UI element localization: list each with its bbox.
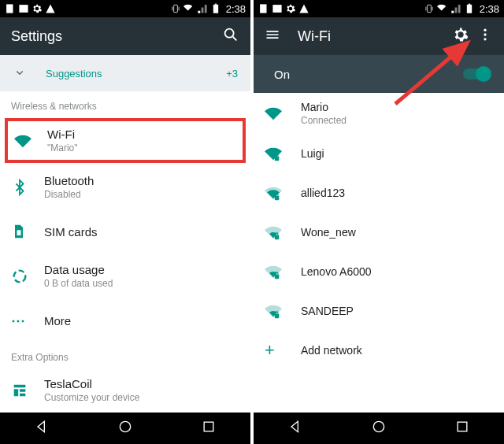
appbar-title: Settings <box>11 28 214 45</box>
gear-icon <box>452 26 469 43</box>
vibrate-icon <box>424 3 435 14</box>
teslacoil-row[interactable]: TeslaCoil Customize your device <box>0 368 250 413</box>
bt-title: Bluetooth <box>44 174 239 187</box>
add-network-label: Add network <box>301 344 493 357</box>
suggestions-count: +3 <box>226 68 238 80</box>
signal-icon <box>197 3 208 14</box>
network-name: Lenovo A6000 <box>301 265 493 278</box>
network-name: SANDEEP <box>301 305 493 317</box>
appbar-title: Wi-Fi <box>298 28 444 45</box>
wifi-signal-icon <box>265 224 301 241</box>
nav-recent[interactable] <box>201 419 217 438</box>
nav-back[interactable] <box>287 419 303 438</box>
wifi-row[interactable]: Wi-Fi "Mario" <box>5 118 246 163</box>
plus-icon: + <box>265 340 301 361</box>
wifi-screen: 2:38 Wi-Fi On MarioConnectedLuigiallied1… <box>254 0 504 444</box>
more-row[interactable]: ⋯ More <box>0 298 250 342</box>
wifi-switch[interactable] <box>463 68 490 80</box>
search-icon <box>222 26 239 43</box>
wifi-sub: "Mario" <box>47 142 236 154</box>
status-bar: 2:38 <box>254 0 504 17</box>
network-row[interactable]: Lenovo A6000 <box>254 252 504 291</box>
notif-icon <box>5 3 16 14</box>
wifi-signal-icon <box>265 263 301 280</box>
chevron-down-icon <box>13 65 27 82</box>
wifi-on-label: On <box>274 68 463 81</box>
network-name: Wone_new <box>301 226 493 239</box>
more-vert-icon <box>477 27 493 43</box>
network-status: Connected <box>301 115 493 126</box>
menu-button[interactable] <box>265 27 280 46</box>
status-bar: 2:38 <box>0 0 250 17</box>
network-row[interactable]: allied123 <box>254 173 504 213</box>
wifi-status-icon <box>183 3 195 14</box>
section-wireless: Wireless & networks <box>0 91 250 117</box>
add-network-row[interactable]: +Add network <box>254 331 504 370</box>
bt-sub: Disabled <box>44 189 239 200</box>
network-name: Mario <box>301 101 493 113</box>
network-row[interactable]: Luigi <box>254 134 504 173</box>
network-row[interactable]: SANDEEP <box>254 291 504 331</box>
bluetooth-row[interactable]: Bluetooth Disabled <box>0 165 250 209</box>
sim-row[interactable]: SIM cards <box>0 209 250 253</box>
wifi-icon <box>14 132 47 150</box>
section-extra: Extra Options <box>0 342 250 368</box>
teslacoil-icon <box>11 382 44 399</box>
battery-icon <box>464 3 475 14</box>
network-name: allied123 <box>301 187 493 199</box>
clock: 2:38 <box>480 3 499 15</box>
suggestions-label: Suggestions <box>46 68 102 80</box>
wifi-signal-icon <box>265 302 301 320</box>
image-icon <box>18 3 29 14</box>
wifi-title: Wi-Fi <box>47 128 236 141</box>
gear-icon <box>285 3 296 14</box>
network-name: Luigi <box>301 147 493 160</box>
warning-icon <box>45 3 56 14</box>
data-sub: 0 B of data used <box>44 278 239 289</box>
wifi-signal-icon <box>265 184 301 202</box>
nav-back[interactable] <box>34 419 50 438</box>
data-usage-icon <box>11 268 44 285</box>
wifi-status-icon <box>437 3 448 14</box>
search-button[interactable] <box>222 26 239 46</box>
more-icon: ⋯ <box>11 312 44 329</box>
sim-title: SIM cards <box>44 225 239 239</box>
data-title: Data usage <box>44 263 239 276</box>
overflow-button[interactable] <box>477 27 493 46</box>
nav-recent[interactable] <box>454 419 470 438</box>
nav-bar <box>0 413 250 444</box>
hamburger-icon <box>265 27 280 43</box>
settings-appbar: Settings <box>0 17 250 55</box>
nav-bar <box>254 413 504 444</box>
sim-icon <box>11 224 44 239</box>
wifi-signal-icon <box>265 145 301 162</box>
more-title: More <box>44 314 239 327</box>
settings-screen: 2:38 Settings Suggestions +3 Wireless & … <box>0 0 250 444</box>
suggestions-row[interactable]: Suggestions +3 <box>0 55 250 91</box>
clock: 2:38 <box>226 3 246 15</box>
wifi-toggle-bar: On <box>254 55 504 93</box>
vibrate-icon <box>170 3 181 14</box>
battery-icon <box>210 3 221 14</box>
wifi-signal-icon <box>265 105 301 122</box>
notif-icon <box>258 3 269 14</box>
tesla-sub: Customize your device <box>44 392 239 403</box>
data-usage-row[interactable]: Data usage 0 B of data used <box>0 253 250 298</box>
nav-home[interactable] <box>371 419 387 438</box>
wifi-appbar: Wi-Fi <box>254 17 504 55</box>
network-row[interactable]: Wone_new <box>254 213 504 252</box>
tesla-title: TeslaCoil <box>44 377 239 390</box>
settings-gear-button[interactable] <box>452 26 469 46</box>
bluetooth-icon <box>11 179 44 196</box>
nav-home[interactable] <box>117 419 133 438</box>
warning-icon <box>298 3 309 14</box>
network-row[interactable]: MarioConnected <box>254 93 504 134</box>
signal-icon <box>450 3 461 14</box>
gear-icon <box>32 3 43 14</box>
image-icon <box>272 3 283 14</box>
